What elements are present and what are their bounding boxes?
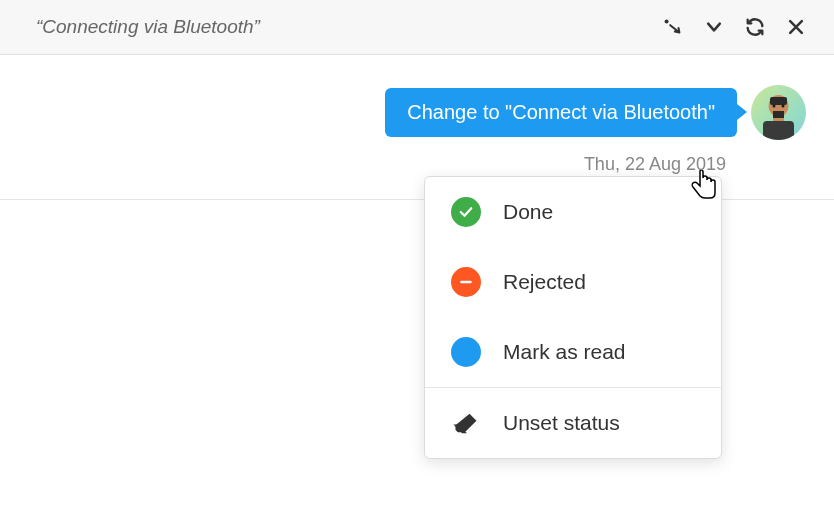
svg-point-7 — [773, 105, 776, 108]
header-bar: “Connecting via Bluetooth” — [0, 0, 834, 55]
eraser-icon — [451, 408, 481, 438]
dot-icon — [451, 337, 481, 367]
dropdown-item-label: Mark as read — [503, 340, 626, 364]
message-bubble[interactable]: Change to "Connect via Bluetooth" — [385, 88, 737, 137]
close-icon[interactable] — [786, 17, 806, 37]
svg-rect-6 — [773, 111, 784, 118]
minus-icon — [451, 267, 481, 297]
refresh-icon[interactable] — [744, 16, 766, 38]
timestamp-row: Thu, 22 Aug 2019 — [36, 154, 806, 175]
message-row: Change to "Connect via Bluetooth" — [36, 85, 806, 140]
timestamp: Thu, 22 Aug 2019 — [584, 154, 726, 175]
pointer-icon[interactable] — [662, 16, 684, 38]
svg-rect-3 — [770, 97, 787, 105]
dropdown-item-label: Done — [503, 200, 553, 224]
chevron-down-icon[interactable] — [704, 17, 724, 37]
dropdown-item-label: Rejected — [503, 270, 586, 294]
dropdown-item-mark-read[interactable]: Mark as read — [425, 317, 721, 387]
check-icon — [451, 197, 481, 227]
status-dropdown: Done Rejected Mark as read Unset status — [424, 176, 722, 459]
avatar[interactable] — [751, 85, 806, 140]
dropdown-item-label: Unset status — [503, 411, 620, 435]
header-actions — [662, 16, 806, 38]
svg-point-8 — [782, 105, 785, 108]
svg-point-0 — [665, 19, 669, 23]
dropdown-item-done[interactable]: Done — [425, 177, 721, 247]
dropdown-item-unset[interactable]: Unset status — [425, 388, 721, 458]
svg-rect-5 — [763, 121, 794, 140]
dropdown-item-rejected[interactable]: Rejected — [425, 247, 721, 317]
header-title: “Connecting via Bluetooth” — [36, 16, 260, 38]
